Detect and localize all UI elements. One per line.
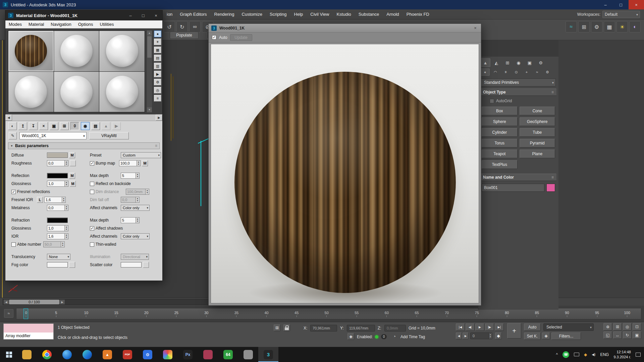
lights-category-icon[interactable]: ☀ <box>501 68 511 76</box>
scroll-up-icon[interactable]: ▲ <box>147 31 152 36</box>
refraction-glossiness-field[interactable]: 1,0 <box>47 225 68 231</box>
glossiness-map-button[interactable]: M <box>70 181 76 187</box>
abbe-number-checkbox[interactable] <box>11 242 16 247</box>
autogrid-checkbox[interactable] <box>490 99 494 103</box>
reflect-max-depth-field[interactable]: 5 <box>121 173 140 179</box>
object-color-swatch[interactable] <box>546 184 555 192</box>
minimize-button[interactable]: – <box>598 0 613 9</box>
spinner-arrows[interactable] <box>137 161 140 166</box>
zoom-extents-all-icon[interactable]: ⊡ <box>633 323 641 330</box>
frame-buffer-icon[interactable]: ▦ <box>604 21 615 33</box>
next-frame-button[interactable]: |▶ <box>485 323 494 331</box>
primitive-button[interactable]: Pyramid <box>520 139 555 147</box>
video-color-check-icon[interactable]: ▥ <box>154 63 161 69</box>
selection-lock-icon[interactable] <box>283 324 290 331</box>
reflection-color-swatch[interactable] <box>47 173 68 178</box>
current-frame-marker[interactable] <box>23 308 28 319</box>
key-filters-icon[interactable]: ◈ <box>542 333 550 339</box>
fresnel-ior-lock-button[interactable]: L <box>37 197 43 203</box>
assign-to-selection-icon[interactable]: ↧ <box>29 122 38 130</box>
material-slot[interactable] <box>99 72 145 112</box>
spinner-arrows[interactable] <box>64 181 68 186</box>
primitive-category-dropdown[interactable]: Standard Primitives <box>481 78 556 86</box>
dim-falloff-field[interactable]: 0,0 <box>121 197 140 203</box>
reflection-glossiness-field[interactable]: 1,0 <box>47 181 68 187</box>
workspace-dropdown[interactable]: Default <box>602 11 640 18</box>
minimize-button[interactable]: – <box>124 10 137 20</box>
diffuse-color-swatch[interactable] <box>47 153 68 158</box>
key-mode-icon[interactable]: ◆ <box>495 333 502 339</box>
whatsapp-icon[interactable]: ☎ <box>562 351 569 358</box>
sample-uv-tiling-icon[interactable]: ▤ <box>154 55 161 61</box>
menubar-item[interactable]: Rendering <box>211 9 238 19</box>
select-and-link-icon[interactable]: ∞ <box>189 21 201 33</box>
taskbar-app[interactable]: PDF <box>117 347 138 362</box>
systems-category-icon[interactable]: ⚙ <box>543 68 552 76</box>
h-scroll-track[interactable] <box>12 115 156 121</box>
maximize-button[interactable]: □ <box>613 0 629 9</box>
utilities-tab-icon[interactable]: ⚙ <box>536 58 546 67</box>
show-end-result-icon[interactable]: ▤ <box>91 122 100 130</box>
menubar-item[interactable]: Phoenix FD <box>403 9 433 19</box>
translucency-dropdown[interactable]: None <box>47 254 70 260</box>
sample-h-scrollbar[interactable]: ◀ ▶ <box>5 114 162 121</box>
primitive-button[interactable]: Torus <box>482 139 518 147</box>
refraction-color-swatch[interactable] <box>47 218 68 223</box>
primitive-button[interactable]: Plane <box>520 149 555 158</box>
roughness-field[interactable]: 0,0 <box>47 160 68 166</box>
material-slot[interactable] <box>8 31 54 71</box>
close-icon[interactable]: × <box>470 24 481 32</box>
scrollbar-thumb[interactable] <box>147 36 152 58</box>
taskbar-app[interactable] <box>37 347 57 362</box>
display-tab-icon[interactable]: ▣ <box>525 58 535 67</box>
object-type-rollout[interactable]: Object Type ≡ <box>480 88 556 96</box>
volume-icon[interactable]: ◀) <box>592 353 595 356</box>
undo-icon[interactable]: ↺ <box>164 21 175 33</box>
abbe-number-field[interactable]: 50,0 <box>43 241 65 247</box>
hidden-icons-chevron[interactable]: ^ <box>556 352 558 357</box>
material-editor-menu-item[interactable]: Options <box>75 22 97 27</box>
menubar-item[interactable]: Civil View <box>307 9 333 19</box>
name-color-rollout[interactable]: Name and Color ≡ <box>480 174 556 181</box>
taskbar-app[interactable] <box>198 347 218 362</box>
material-editor-menu-item[interactable]: Modes <box>5 22 25 27</box>
time-start-button[interactable]: |◀ <box>456 323 465 331</box>
fog-color-swatch[interactable] <box>47 262 68 267</box>
zoom-all-icon[interactable]: ⊞ <box>613 323 622 330</box>
populate-button[interactable]: Populate <box>170 32 199 39</box>
material-slot[interactable] <box>54 72 99 112</box>
auto-update-checkbox[interactable] <box>212 35 216 40</box>
hierarchy-tab-icon[interactable]: ⊞ <box>502 58 513 67</box>
reflect-backside-checkbox[interactable] <box>90 182 94 186</box>
spinner-arrows[interactable] <box>62 197 65 202</box>
scroll-right-icon[interactable]: ▶ <box>156 115 162 121</box>
taskbar-app[interactable]: ⊙ <box>138 347 158 362</box>
fog-map-button[interactable] <box>69 262 75 268</box>
prev-frame-button[interactable]: ◀| <box>466 323 475 331</box>
filters-button[interactable]: Filters... <box>551 333 581 340</box>
spinner-arrows[interactable] <box>136 218 139 223</box>
dim-distance-field[interactable]: 100,0mm <box>126 189 149 195</box>
menubar-item[interactable]: Graph Editors <box>176 9 210 19</box>
go-to-parent-icon[interactable]: ▲ <box>102 122 110 130</box>
material-name-dropdown[interactable]: Wood001_1K <box>19 132 87 139</box>
render-setup-icon[interactable]: ⚙ <box>591 21 602 33</box>
material-id-icon[interactable]: 0 <box>70 122 79 130</box>
transform-typein-icon[interactable]: ⊞ <box>274 324 280 331</box>
x-coordinate-field[interactable]: 70,961mm <box>310 325 337 331</box>
diffuse-map-button[interactable]: M <box>69 152 75 158</box>
menubar-item[interactable]: Help <box>290 9 307 19</box>
set-key-mode-button[interactable]: Set K. <box>524 333 541 340</box>
mini-curve-editor-icon[interactable]: ≈ <box>4 309 13 318</box>
refract-max-depth-field[interactable]: 5 <box>121 217 140 223</box>
orbit-icon[interactable]: ↻ <box>623 331 632 339</box>
taskbar-app[interactable] <box>77 347 97 362</box>
update-tray-icon[interactable]: ◆ <box>584 352 587 357</box>
spinner-arrows[interactable] <box>64 205 68 210</box>
create-tab-icon[interactable]: ▲ <box>480 58 490 67</box>
display-tray-icon[interactable] <box>574 353 579 356</box>
reflect-affect-channels-dropdown[interactable]: Color only <box>121 205 150 211</box>
taskbar-app[interactable]: 3 <box>258 347 278 362</box>
primitive-button[interactable]: Cone <box>520 107 555 115</box>
primitive-button[interactable]: Sphere <box>482 117 518 126</box>
